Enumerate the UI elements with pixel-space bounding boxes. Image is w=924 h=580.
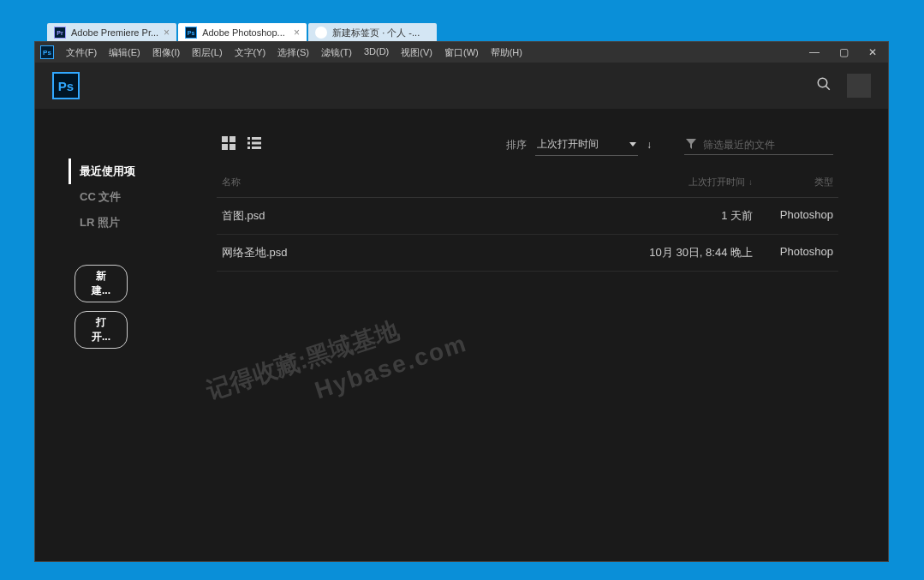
svg-rect-7 xyxy=(252,137,261,140)
new-button[interactable]: 新建... xyxy=(75,265,128,302)
file-name: 首图.psd xyxy=(222,208,599,224)
content-area: 排序 上次打开时间 ↓ 名称 上次打开时间 xyxy=(206,109,888,561)
svg-rect-4 xyxy=(222,144,228,150)
header-type[interactable]: 类型 xyxy=(753,176,833,188)
table-row[interactable]: 首图.psd 1 天前 Photoshop xyxy=(217,198,838,235)
minimize-button[interactable]: — xyxy=(804,45,825,60)
close-button[interactable]: ✕ xyxy=(862,45,883,60)
svg-rect-9 xyxy=(252,142,261,145)
tab-title: 新建标签页 · 个人 -... xyxy=(332,27,420,39)
menu-type[interactable]: 文字(Y) xyxy=(230,45,271,61)
header-date[interactable]: 上次打开时间 ↓ xyxy=(599,176,753,188)
list-view-icon[interactable] xyxy=(247,136,261,153)
header-bar: Ps xyxy=(35,63,888,109)
avatar[interactable] xyxy=(847,74,871,98)
menu-layer[interactable]: 图层(L) xyxy=(187,45,227,61)
content-toolbar: 排序 上次打开时间 ↓ xyxy=(217,128,838,162)
sidebar-item-lr-photos[interactable]: LR 照片 xyxy=(71,210,206,236)
menu-image[interactable]: 图像(I) xyxy=(147,45,185,61)
filter-icon xyxy=(686,139,696,151)
browser-tab-premiere[interactable]: Pr Adobe Premiere Pr... × xyxy=(47,23,176,42)
svg-rect-8 xyxy=(247,142,250,145)
svg-rect-5 xyxy=(230,144,235,150)
menu-file[interactable]: 文件(F) xyxy=(61,45,102,61)
tab-title: Adobe Premiere Pr... xyxy=(71,27,158,38)
svg-marker-12 xyxy=(686,139,696,149)
close-icon[interactable]: × xyxy=(164,27,170,39)
ps-app-icon: Ps xyxy=(40,45,54,59)
premiere-icon: Pr xyxy=(54,27,66,39)
browser-tab-photoshop[interactable]: Ps Adobe Photoshop... × xyxy=(178,23,307,42)
svg-rect-11 xyxy=(252,146,261,149)
open-button[interactable]: 打开... xyxy=(75,311,128,349)
menu-select[interactable]: 选择(S) xyxy=(272,45,314,61)
menu-filter[interactable]: 滤镜(T) xyxy=(316,45,357,61)
menu-3d[interactable]: 3D(D) xyxy=(359,45,394,61)
file-date: 10月 30日, 8:44 晚上 xyxy=(599,245,753,260)
close-icon[interactable]: × xyxy=(294,27,300,39)
sort-label: 排序 xyxy=(506,138,527,152)
menu-bar: 文件(F) 编辑(E) 图像(I) 图层(L) 文字(Y) 选择(S) 滤镜(T… xyxy=(61,45,528,61)
sidebar-item-recent[interactable]: 最近使用项 xyxy=(69,158,206,184)
sort-value: 上次打开时间 xyxy=(537,137,623,152)
photoshop-icon: Ps xyxy=(185,27,197,39)
svg-rect-2 xyxy=(222,136,228,142)
browser-tab-strip: Pr Adobe Premiere Pr... × Ps Adobe Photo… xyxy=(47,23,437,42)
svg-rect-10 xyxy=(247,146,250,149)
maximize-button[interactable]: ▢ xyxy=(833,45,854,60)
menu-help[interactable]: 帮助(H) xyxy=(486,45,528,61)
header-name[interactable]: 名称 xyxy=(222,176,599,188)
chrome-icon xyxy=(315,27,327,39)
sort-dropdown[interactable]: 上次打开时间 xyxy=(535,134,638,156)
chevron-down-icon xyxy=(629,142,636,146)
svg-line-1 xyxy=(826,86,830,90)
photoshop-window: Ps 文件(F) 编辑(E) 图像(I) 图层(L) 文字(Y) 选择(S) 滤… xyxy=(34,41,889,562)
svg-point-0 xyxy=(818,78,827,87)
table-row[interactable]: 网络圣地.psd 10月 30日, 8:44 晚上 Photoshop xyxy=(217,235,838,272)
window-controls: — ▢ ✕ xyxy=(804,45,883,60)
table-header: 名称 上次打开时间 ↓ 类型 xyxy=(217,162,838,198)
sidebar: 最近使用项 CC 文件 LR 照片 新建... 打开... xyxy=(35,109,206,561)
svg-rect-6 xyxy=(247,137,250,140)
grid-view-icon[interactable] xyxy=(222,136,235,153)
file-date: 1 天前 xyxy=(599,208,753,224)
file-name: 网络圣地.psd xyxy=(222,245,599,260)
tab-title: Adobe Photoshop... xyxy=(202,27,285,38)
filter-section xyxy=(684,135,833,155)
file-type: Photoshop xyxy=(753,245,833,260)
file-type: Photoshop xyxy=(753,208,833,224)
filter-input[interactable] xyxy=(703,139,832,151)
search-icon[interactable] xyxy=(816,76,832,95)
menu-view[interactable]: 视图(V) xyxy=(396,45,438,61)
menu-window[interactable]: 窗口(W) xyxy=(439,45,484,61)
sort-order-icon[interactable]: ↓ xyxy=(647,139,652,151)
sidebar-item-cc-files[interactable]: CC 文件 xyxy=(71,184,206,210)
ps-logo: Ps xyxy=(52,72,80,99)
title-bar: Ps 文件(F) 编辑(E) 图像(I) 图层(L) 文字(Y) 选择(S) 滤… xyxy=(35,42,888,63)
menu-edit[interactable]: 编辑(E) xyxy=(104,45,146,61)
browser-tab-new[interactable]: 新建标签页 · 个人 -... xyxy=(308,23,437,42)
svg-rect-3 xyxy=(230,136,235,142)
